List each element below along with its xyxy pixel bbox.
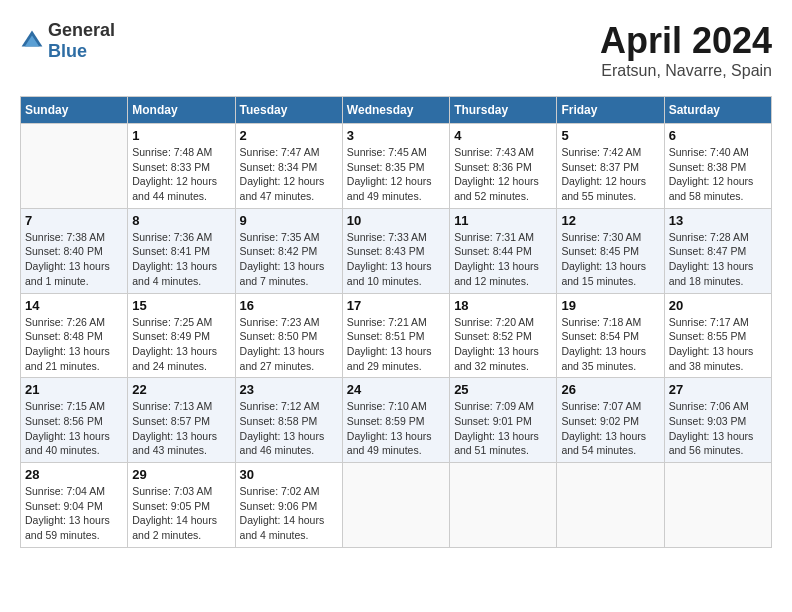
logo-general: General [48,20,115,40]
calendar-cell: 20Sunrise: 7:17 AMSunset: 8:55 PMDayligh… [664,293,771,378]
page-header: General Blue April 2024 Eratsun, Navarre… [20,20,772,80]
day-info: Sunrise: 7:15 AMSunset: 8:56 PMDaylight:… [25,399,123,458]
day-number: 14 [25,298,123,313]
day-header-friday: Friday [557,97,664,124]
calendar-cell: 22Sunrise: 7:13 AMSunset: 8:57 PMDayligh… [128,378,235,463]
calendar-cell: 13Sunrise: 7:28 AMSunset: 8:47 PMDayligh… [664,208,771,293]
day-info: Sunrise: 7:21 AMSunset: 8:51 PMDaylight:… [347,315,445,374]
month-title: April 2024 [600,20,772,62]
day-info: Sunrise: 7:31 AMSunset: 8:44 PMDaylight:… [454,230,552,289]
location-title: Eratsun, Navarre, Spain [600,62,772,80]
day-info: Sunrise: 7:26 AMSunset: 8:48 PMDaylight:… [25,315,123,374]
day-number: 29 [132,467,230,482]
day-header-thursday: Thursday [450,97,557,124]
calendar-cell: 27Sunrise: 7:06 AMSunset: 9:03 PMDayligh… [664,378,771,463]
day-info: Sunrise: 7:47 AMSunset: 8:34 PMDaylight:… [240,145,338,204]
calendar-cell: 9Sunrise: 7:35 AMSunset: 8:42 PMDaylight… [235,208,342,293]
day-info: Sunrise: 7:04 AMSunset: 9:04 PMDaylight:… [25,484,123,543]
day-info: Sunrise: 7:38 AMSunset: 8:40 PMDaylight:… [25,230,123,289]
day-info: Sunrise: 7:28 AMSunset: 8:47 PMDaylight:… [669,230,767,289]
day-info: Sunrise: 7:43 AMSunset: 8:36 PMDaylight:… [454,145,552,204]
calendar-week-row: 21Sunrise: 7:15 AMSunset: 8:56 PMDayligh… [21,378,772,463]
day-info: Sunrise: 7:25 AMSunset: 8:49 PMDaylight:… [132,315,230,374]
calendar-cell: 26Sunrise: 7:07 AMSunset: 9:02 PMDayligh… [557,378,664,463]
calendar-cell: 19Sunrise: 7:18 AMSunset: 8:54 PMDayligh… [557,293,664,378]
header-row: SundayMondayTuesdayWednesdayThursdayFrid… [21,97,772,124]
day-number: 20 [669,298,767,313]
calendar-cell: 12Sunrise: 7:30 AMSunset: 8:45 PMDayligh… [557,208,664,293]
day-info: Sunrise: 7:48 AMSunset: 8:33 PMDaylight:… [132,145,230,204]
day-info: Sunrise: 7:23 AMSunset: 8:50 PMDaylight:… [240,315,338,374]
day-info: Sunrise: 7:17 AMSunset: 8:55 PMDaylight:… [669,315,767,374]
day-header-tuesday: Tuesday [235,97,342,124]
day-header-monday: Monday [128,97,235,124]
calendar-cell: 17Sunrise: 7:21 AMSunset: 8:51 PMDayligh… [342,293,449,378]
calendar-cell: 18Sunrise: 7:20 AMSunset: 8:52 PMDayligh… [450,293,557,378]
day-number: 8 [132,213,230,228]
calendar-cell: 4Sunrise: 7:43 AMSunset: 8:36 PMDaylight… [450,124,557,209]
logo: General Blue [20,20,115,62]
logo-icon [20,29,44,53]
calendar-cell: 11Sunrise: 7:31 AMSunset: 8:44 PMDayligh… [450,208,557,293]
day-info: Sunrise: 7:07 AMSunset: 9:02 PMDaylight:… [561,399,659,458]
day-info: Sunrise: 7:18 AMSunset: 8:54 PMDaylight:… [561,315,659,374]
day-info: Sunrise: 7:35 AMSunset: 8:42 PMDaylight:… [240,230,338,289]
day-info: Sunrise: 7:40 AMSunset: 8:38 PMDaylight:… [669,145,767,204]
day-number: 7 [25,213,123,228]
day-info: Sunrise: 7:03 AMSunset: 9:05 PMDaylight:… [132,484,230,543]
day-number: 23 [240,382,338,397]
calendar-cell: 21Sunrise: 7:15 AMSunset: 8:56 PMDayligh… [21,378,128,463]
day-number: 26 [561,382,659,397]
day-number: 27 [669,382,767,397]
calendar-cell [664,463,771,548]
day-info: Sunrise: 7:06 AMSunset: 9:03 PMDaylight:… [669,399,767,458]
day-number: 21 [25,382,123,397]
calendar-cell: 30Sunrise: 7:02 AMSunset: 9:06 PMDayligh… [235,463,342,548]
day-number: 5 [561,128,659,143]
day-info: Sunrise: 7:09 AMSunset: 9:01 PMDaylight:… [454,399,552,458]
calendar-cell [557,463,664,548]
calendar-cell: 7Sunrise: 7:38 AMSunset: 8:40 PMDaylight… [21,208,128,293]
day-info: Sunrise: 7:33 AMSunset: 8:43 PMDaylight:… [347,230,445,289]
day-number: 10 [347,213,445,228]
day-number: 24 [347,382,445,397]
calendar-cell: 8Sunrise: 7:36 AMSunset: 8:41 PMDaylight… [128,208,235,293]
day-info: Sunrise: 7:36 AMSunset: 8:41 PMDaylight:… [132,230,230,289]
calendar-week-row: 14Sunrise: 7:26 AMSunset: 8:48 PMDayligh… [21,293,772,378]
calendar-cell: 3Sunrise: 7:45 AMSunset: 8:35 PMDaylight… [342,124,449,209]
day-info: Sunrise: 7:30 AMSunset: 8:45 PMDaylight:… [561,230,659,289]
calendar-week-row: 7Sunrise: 7:38 AMSunset: 8:40 PMDaylight… [21,208,772,293]
calendar-cell: 24Sunrise: 7:10 AMSunset: 8:59 PMDayligh… [342,378,449,463]
day-info: Sunrise: 7:10 AMSunset: 8:59 PMDaylight:… [347,399,445,458]
day-info: Sunrise: 7:42 AMSunset: 8:37 PMDaylight:… [561,145,659,204]
day-number: 4 [454,128,552,143]
day-number: 15 [132,298,230,313]
day-number: 13 [669,213,767,228]
day-number: 18 [454,298,552,313]
title-block: April 2024 Eratsun, Navarre, Spain [600,20,772,80]
day-number: 2 [240,128,338,143]
calendar-cell: 5Sunrise: 7:42 AMSunset: 8:37 PMDaylight… [557,124,664,209]
day-number: 19 [561,298,659,313]
calendar-table: SundayMondayTuesdayWednesdayThursdayFrid… [20,96,772,548]
day-number: 30 [240,467,338,482]
day-number: 22 [132,382,230,397]
day-number: 9 [240,213,338,228]
day-info: Sunrise: 7:12 AMSunset: 8:58 PMDaylight:… [240,399,338,458]
day-number: 6 [669,128,767,143]
calendar-week-row: 1Sunrise: 7:48 AMSunset: 8:33 PMDaylight… [21,124,772,209]
calendar-cell: 6Sunrise: 7:40 AMSunset: 8:38 PMDaylight… [664,124,771,209]
calendar-cell [342,463,449,548]
calendar-cell: 1Sunrise: 7:48 AMSunset: 8:33 PMDaylight… [128,124,235,209]
calendar-cell: 10Sunrise: 7:33 AMSunset: 8:43 PMDayligh… [342,208,449,293]
day-number: 3 [347,128,445,143]
calendar-cell [450,463,557,548]
day-number: 28 [25,467,123,482]
day-header-wednesday: Wednesday [342,97,449,124]
day-number: 11 [454,213,552,228]
calendar-cell: 14Sunrise: 7:26 AMSunset: 8:48 PMDayligh… [21,293,128,378]
day-number: 25 [454,382,552,397]
day-header-saturday: Saturday [664,97,771,124]
day-header-sunday: Sunday [21,97,128,124]
calendar-cell: 28Sunrise: 7:04 AMSunset: 9:04 PMDayligh… [21,463,128,548]
